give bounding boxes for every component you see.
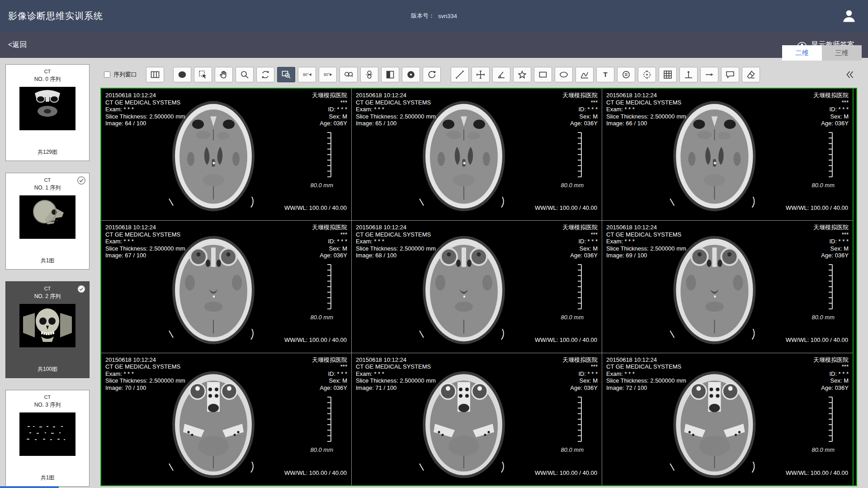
cell-manufacturer: CT GE MEDICAL SYSTEMS [105,363,185,370]
scale-ruler [325,264,332,309]
cell-scale-label: 80.0 mm [310,446,333,454]
collapse-panel-icon[interactable] [842,67,857,82]
series-image-count: 共1图 [41,257,55,265]
cell-patient-name-masked: *** [312,231,347,238]
series-image-count: 共100图 [38,365,57,373]
eraser-icon[interactable] [742,67,760,82]
cell-info-top-left: 20150618 10:12:24 CT GE MEDICAL SYSTEMS … [105,92,185,127]
viewer-cell[interactable]: 20150618 10:12:24 CT GE MEDICAL SYSTEMS … [101,89,352,221]
reset-icon[interactable] [423,67,441,82]
series-name: NO. 1 序列 [34,184,61,192]
checkmark-icon [77,176,86,185]
flip-horizontal-icon[interactable] [340,67,358,82]
series-thumbnail [19,304,75,347]
circle-annotation-icon[interactable] [617,67,635,82]
viewer-cell[interactable]: 20150618 10:12:24 CT GE MEDICAL SYSTEMS … [101,221,352,353]
viewer-cell[interactable]: 20150618 10:12:24 CT GE MEDICAL SYSTEMS … [352,221,602,353]
scale-ruler [576,132,583,177]
viewer-cell[interactable]: 20150618 10:12:24 CT GE MEDICAL SYSTEMS … [101,353,352,485]
series-modality: CT [44,286,51,291]
svg-text:90°: 90° [324,72,330,77]
viewer-cell[interactable]: 20150618 10:12:24 CT GE MEDICAL SYSTEMS … [602,353,853,485]
cell-manufacturer: CT GE MEDICAL SYSTEMS [105,99,185,106]
series-window-option: 序列窗口 [104,71,137,79]
cell-hospital: 天堰模拟医院 [813,356,849,364]
series-thumbnail [19,412,75,456]
series-card[interactable]: CT NO. 3 序列 共1图 [5,390,90,487]
viewer-cell[interactable]: 20150618 10:12:24 CT GE MEDICAL SYSTEMS … [602,89,853,221]
invert-icon[interactable] [381,67,399,82]
series-card[interactable]: CT NO. 0 序列 共129图 [5,64,90,161]
series-card[interactable]: CT NO. 2 序列 共100图 [5,281,90,378]
back-button[interactable]: <返回 [8,40,27,50]
cell-datetime: 20150618 10:12:24 [606,224,686,231]
series-name: NO. 2 序列 [34,293,61,300]
viewer-cell[interactable]: 20150618 10:12:24 CT GE MEDICAL SYSTEMS … [602,221,853,353]
cell-exam: Exam: * * * [356,370,436,378]
series-modality: CT [44,69,51,74]
angle-measure-icon[interactable] [492,67,510,82]
zoom-region-icon[interactable] [277,67,295,82]
cell-sex: Sex: M [813,113,849,120]
comment-icon[interactable] [721,67,739,82]
cell-hospital: 天堰模拟医院 [562,224,598,231]
cell-window-level: WW/WL: 100.00 / 40.00 [535,336,597,344]
cell-info-top-left: 20150618 10:12:24 CT GE MEDICAL SYSTEMS … [356,356,436,392]
cell-scale-label: 80.0 mm [561,314,584,321]
cell-hospital: 天堰模拟医院 [312,356,347,364]
cell-age: Age: 036Y [813,120,849,127]
cell-datetime: 20150618 10:12:24 [356,356,436,364]
zoom-icon[interactable] [236,67,254,82]
pan-hand-icon[interactable] [215,67,233,82]
rect-roi-icon[interactable] [534,67,552,82]
histogram-icon[interactable] [576,67,594,82]
version-info: 版本号： svn334 [411,12,457,20]
shutter-icon[interactable] [173,67,191,82]
rotate-right-90-icon[interactable]: 90° [319,67,337,82]
cell-patient-name-masked: *** [312,99,347,106]
tab-3d[interactable]: 三维 [822,45,862,61]
flip-vertical-icon[interactable] [360,67,378,82]
cell-slice-thickness: Slice Thickness: 2.500000 mm [105,245,185,252]
series-card[interactable]: CT NO. 1 序列 共1图 [5,173,90,270]
user-avatar-icon[interactable] [841,8,857,24]
ellipse-roi-icon[interactable] [555,67,573,82]
star-icon[interactable] [513,67,531,82]
viewer-cell[interactable]: 20150618 10:12:24 CT GE MEDICAL SYSTEMS … [352,89,602,221]
cell-scale-label: 80.0 mm [811,446,835,454]
grid-icon[interactable] [659,67,677,82]
rotate-left-90-icon[interactable]: 90° [298,67,316,82]
rotate-icon[interactable] [256,67,274,82]
tab-2d[interactable]: 二维 [782,45,822,61]
toolbar-group: 90°90° [173,67,441,82]
toolbar: 序列窗口 90°90°T [100,63,857,86]
scale-ruler [325,132,332,177]
viewer-cell[interactable]: 20150618 10:12:24 CT GE MEDICAL SYSTEMS … [352,353,602,485]
cell-hospital: 天堰模拟医院 [562,92,598,99]
cell-slice-thickness: Slice Thickness: 2.500000 mm [606,377,686,384]
series-thumbnail [19,87,75,130]
cross-measure-icon[interactable] [472,67,490,82]
window-level-icon[interactable] [402,67,420,82]
sub-header: <返回 显示教师答案 [0,32,868,58]
select-cursor-icon[interactable] [194,67,212,82]
cell-datetime: 20150618 10:12:24 [606,356,686,364]
cell-info-top-left: 20150618 10:12:24 CT GE MEDICAL SYSTEMS … [356,224,436,259]
cell-patient-name-masked: *** [312,363,347,370]
cell-age: Age: 036Y [562,120,598,127]
bottom-panel-edge [0,486,59,488]
cell-datetime: 20150618 10:12:24 [356,92,436,99]
series-window-checkbox[interactable] [104,71,110,78]
cell-info-top-right: 天堰模拟医院 *** ID: * * * Sex: M Age: 036Y [562,356,598,392]
cell-hospital: 天堰模拟医院 [312,92,347,99]
cell-info-top-right: 天堰模拟医院 *** ID: * * * Sex: M Age: 036Y [312,224,347,259]
line-measure-icon[interactable] [451,67,469,82]
text-annotation-icon[interactable]: T [596,67,614,82]
cell-info-top-right: 天堰模拟医院 *** ID: * * * Sex: M Age: 036Y [562,92,598,127]
layout-columns-icon[interactable] [146,67,164,82]
series-modality: CT [44,394,51,400]
point-measure-icon[interactable] [638,67,656,82]
cell-image-index: Image: 69 / 100 [606,252,686,259]
perpendicular-icon[interactable] [679,67,698,82]
arrow-annotation-icon[interactable] [700,67,718,82]
